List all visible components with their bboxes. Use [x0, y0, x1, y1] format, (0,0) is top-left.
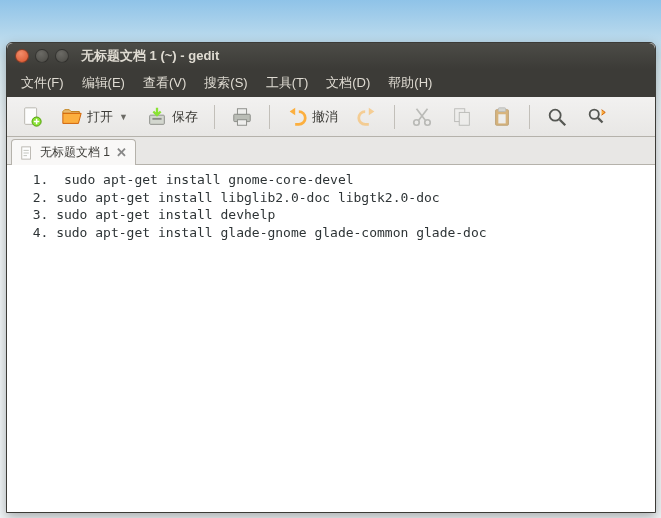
redo-button[interactable] [350, 102, 384, 132]
paste-button[interactable] [485, 102, 519, 132]
menu-view[interactable]: 查看(V) [135, 70, 194, 96]
close-button[interactable] [15, 49, 29, 63]
search-icon [546, 106, 568, 128]
undo-label: 撤消 [312, 108, 338, 126]
window-title: 无标题文档 1 (~) - gedit [81, 47, 219, 65]
find-replace-button[interactable] [580, 102, 614, 132]
paste-icon [491, 106, 513, 128]
find-replace-icon [586, 106, 608, 128]
undo-button[interactable]: 撤消 [280, 102, 344, 132]
svg-point-14 [550, 109, 561, 120]
toolbar: 打开 ▼ 保存 撤消 [7, 97, 655, 137]
save-label: 保存 [172, 108, 198, 126]
open-button[interactable]: 打开 ▼ [55, 102, 134, 132]
svg-rect-10 [459, 112, 469, 125]
svg-point-15 [590, 109, 599, 118]
svg-rect-13 [498, 114, 505, 123]
menu-tools[interactable]: 工具(T) [258, 70, 317, 96]
menu-edit[interactable]: 编辑(E) [74, 70, 133, 96]
toolbar-separator [529, 105, 530, 129]
toolbar-separator [269, 105, 270, 129]
toolbar-separator [394, 105, 395, 129]
open-dropdown-icon[interactable]: ▼ [119, 112, 128, 122]
svg-rect-12 [498, 107, 505, 111]
text-editor[interactable]: 1. sudo apt-get install gnome-core-devel… [7, 165, 655, 512]
copy-icon [451, 106, 473, 128]
tab-close-button[interactable]: ✕ [116, 145, 127, 160]
menu-help[interactable]: 帮助(H) [380, 70, 440, 96]
print-button[interactable] [225, 102, 259, 132]
copy-button[interactable] [445, 102, 479, 132]
tabbar: 无标题文档 1 ✕ [7, 137, 655, 165]
titlebar[interactable]: 无标题文档 1 (~) - gedit [7, 43, 655, 69]
window-controls [15, 49, 69, 63]
document-tab[interactable]: 无标题文档 1 ✕ [11, 139, 136, 165]
new-file-button[interactable] [15, 102, 49, 132]
new-file-icon [21, 106, 43, 128]
menu-search[interactable]: 搜索(S) [196, 70, 255, 96]
undo-icon [286, 106, 308, 128]
redo-icon [356, 106, 378, 128]
open-label: 打开 [87, 108, 113, 126]
menu-documents[interactable]: 文档(D) [318, 70, 378, 96]
maximize-button[interactable] [55, 49, 69, 63]
svg-rect-6 [237, 119, 246, 125]
save-icon [146, 106, 168, 128]
svg-rect-5 [237, 108, 246, 114]
folder-open-icon [61, 106, 83, 128]
document-icon [20, 146, 34, 160]
print-icon [231, 106, 253, 128]
find-button[interactable] [540, 102, 574, 132]
cut-button[interactable] [405, 102, 439, 132]
cut-icon [411, 106, 433, 128]
toolbar-separator [214, 105, 215, 129]
menu-file[interactable]: 文件(F) [13, 70, 72, 96]
menubar: 文件(F) 编辑(E) 查看(V) 搜索(S) 工具(T) 文档(D) 帮助(H… [7, 69, 655, 97]
svg-rect-3 [152, 117, 161, 119]
save-button[interactable]: 保存 [140, 102, 204, 132]
tab-label: 无标题文档 1 [40, 144, 110, 161]
minimize-button[interactable] [35, 49, 49, 63]
gedit-window: 无标题文档 1 (~) - gedit 文件(F) 编辑(E) 查看(V) 搜索… [6, 42, 656, 513]
